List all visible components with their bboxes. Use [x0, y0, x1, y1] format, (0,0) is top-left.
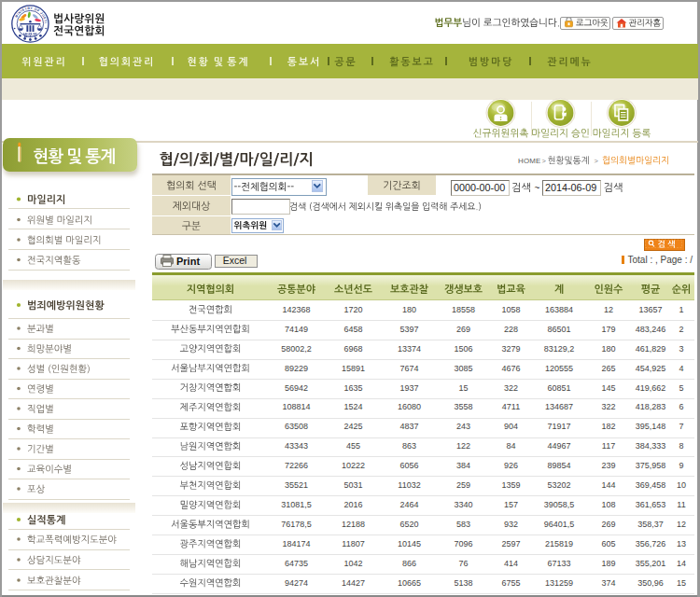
svg-text:71917: 71917: [547, 422, 570, 431]
svg-text:2464: 2464: [399, 500, 418, 509]
svg-text:16080: 16080: [398, 402, 421, 411]
svg-text:11032: 11032: [398, 480, 420, 490]
svg-text:455: 455: [346, 441, 360, 451]
svg-text:583: 583: [456, 520, 470, 529]
svg-text:76: 76: [458, 559, 468, 568]
svg-text:63508: 63508: [285, 422, 308, 431]
svg-text:904: 904: [504, 422, 518, 431]
svg-text:384: 384: [456, 461, 470, 470]
svg-text:74149: 74149: [285, 325, 308, 334]
svg-text:322: 322: [601, 402, 615, 411]
svg-text:2: 2: [679, 325, 683, 334]
svg-text:15: 15: [677, 578, 686, 588]
svg-text:361,653: 361,653: [636, 500, 666, 509]
svg-text:259: 259: [456, 480, 470, 490]
svg-text:182: 182: [601, 422, 615, 431]
svg-text:374: 374: [601, 578, 615, 588]
svg-text:31081,5: 31081,5: [281, 500, 312, 509]
svg-text:0000-00-00: 0000-00-00: [454, 182, 505, 193]
svg-text:56942: 56942: [285, 383, 308, 393]
svg-text:418,283: 418,283: [636, 402, 666, 411]
svg-text:Excel: Excel: [223, 255, 247, 266]
svg-text:12188: 12188: [342, 520, 365, 529]
svg-text:269: 269: [456, 325, 470, 334]
svg-text:108: 108: [601, 500, 615, 509]
svg-text:43343: 43343: [285, 441, 308, 451]
svg-text:269: 269: [601, 520, 615, 529]
svg-text:6968: 6968: [343, 344, 362, 354]
svg-text:355,201: 355,201: [636, 559, 666, 568]
svg-text:3085: 3085: [454, 364, 472, 373]
svg-text:866: 866: [402, 559, 416, 568]
svg-text:7096: 7096: [454, 539, 472, 548]
svg-text:454,925: 454,925: [636, 364, 666, 373]
svg-text:1937: 1937: [399, 383, 418, 393]
svg-text:932: 932: [504, 520, 518, 529]
svg-text:4: 4: [679, 364, 683, 373]
svg-text:1058: 1058: [501, 305, 520, 314]
svg-text:3279: 3279: [501, 344, 520, 354]
svg-text:926: 926: [504, 461, 518, 470]
svg-text:189: 189: [601, 559, 615, 568]
svg-text:2597: 2597: [501, 539, 520, 548]
svg-text:11: 11: [677, 500, 685, 509]
svg-text:120555: 120555: [545, 364, 573, 373]
svg-text:461,829: 461,829: [636, 344, 666, 354]
svg-text:9: 9: [679, 461, 683, 470]
svg-text:243: 243: [456, 422, 470, 431]
svg-text:395,148: 395,148: [636, 422, 666, 431]
svg-text:6458: 6458: [343, 325, 362, 334]
svg-text:58002,2: 58002,2: [281, 344, 312, 354]
svg-text:15891: 15891: [342, 364, 365, 373]
svg-text:483,246: 483,246: [636, 325, 666, 334]
svg-text:Print: Print: [176, 256, 200, 267]
svg-text:131259: 131259: [545, 578, 573, 588]
svg-text:265: 265: [601, 364, 615, 373]
svg-text:184174: 184174: [282, 539, 310, 548]
svg-text:239: 239: [601, 461, 615, 470]
svg-text:10: 10: [677, 480, 686, 490]
svg-text:163884: 163884: [545, 305, 573, 314]
svg-text:72266: 72266: [285, 461, 308, 470]
svg-text:179: 179: [601, 325, 615, 334]
svg-text:228: 228: [504, 325, 518, 334]
svg-text:18558: 18558: [452, 305, 475, 314]
svg-text:358,37: 358,37: [637, 520, 664, 529]
svg-text:76178,5: 76178,5: [281, 520, 312, 529]
svg-text:2425: 2425: [343, 422, 362, 431]
svg-text:94274: 94274: [285, 578, 308, 588]
svg-text:180: 180: [402, 305, 416, 314]
svg-text:64735: 64735: [285, 559, 308, 568]
svg-text:5031: 5031: [343, 480, 362, 490]
svg-text:89854: 89854: [547, 461, 570, 470]
svg-text:2014-06-09: 2014-06-09: [545, 182, 596, 193]
svg-text:11807: 11807: [342, 539, 364, 548]
svg-text:>: >: [595, 157, 599, 165]
svg-text:4676: 4676: [501, 364, 520, 373]
svg-text:86501: 86501: [547, 325, 570, 334]
svg-text:6: 6: [679, 402, 683, 411]
svg-text:44967: 44967: [547, 441, 570, 451]
svg-text:12: 12: [677, 520, 686, 529]
svg-text:1635: 1635: [343, 383, 362, 393]
svg-text:53202: 53202: [547, 480, 570, 490]
svg-text:117: 117: [602, 441, 615, 451]
svg-text:180: 180: [601, 344, 615, 354]
svg-text:>: >: [542, 157, 547, 165]
svg-text:4711: 4711: [502, 402, 520, 411]
svg-text:Total : , Page : /: Total : , Page : /: [628, 255, 693, 265]
svg-text:369,458: 369,458: [636, 480, 666, 490]
svg-text:1506: 1506: [454, 344, 472, 354]
svg-text:HOME: HOME: [518, 157, 540, 165]
svg-text:89229: 89229: [285, 364, 308, 373]
svg-text:414: 414: [504, 559, 518, 568]
svg-text:~: ~: [535, 183, 540, 193]
svg-text:322: 322: [504, 383, 518, 393]
svg-text:13: 13: [677, 539, 686, 548]
svg-text:863: 863: [402, 441, 416, 451]
svg-text:15: 15: [458, 383, 468, 393]
svg-text:7674: 7674: [399, 364, 418, 373]
svg-text:12: 12: [604, 305, 613, 314]
svg-text:1359: 1359: [501, 480, 520, 490]
svg-text:35521: 35521: [285, 480, 308, 490]
